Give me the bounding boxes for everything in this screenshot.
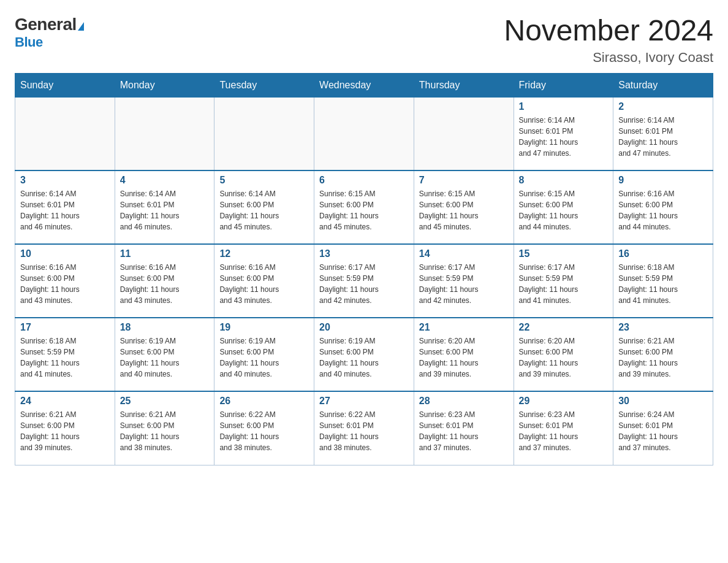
calendar-cell: 25Sunrise: 6:21 AM Sunset: 6:00 PM Dayli… [115, 391, 214, 465]
logo-general-text: General [15, 15, 77, 34]
calendar-cell: 20Sunrise: 6:19 AM Sunset: 6:00 PM Dayli… [314, 318, 414, 391]
day-number: 7 [419, 175, 509, 186]
page-header: General Blue November 2024 Sirasso, Ivor… [15, 15, 713, 66]
day-number: 24 [20, 396, 110, 407]
day-number: 25 [120, 396, 210, 407]
calendar-cell: 11Sunrise: 6:16 AM Sunset: 6:00 PM Dayli… [115, 244, 214, 318]
day-number: 29 [519, 396, 609, 407]
calendar-cell: 23Sunrise: 6:21 AM Sunset: 6:00 PM Dayli… [613, 318, 713, 391]
calendar-week-5: 24Sunrise: 6:21 AM Sunset: 6:00 PM Dayli… [15, 391, 713, 465]
calendar-cell: 22Sunrise: 6:20 AM Sunset: 6:00 PM Dayli… [514, 318, 613, 391]
day-number: 20 [319, 322, 409, 333]
weekday-header-sunday: Sunday [15, 73, 115, 97]
calendar-cell [414, 97, 514, 170]
day-info: Sunrise: 6:14 AM Sunset: 6:01 PM Dayligh… [519, 115, 609, 159]
calendar-cell: 15Sunrise: 6:17 AM Sunset: 5:59 PM Dayli… [514, 244, 613, 318]
day-number: 14 [419, 248, 509, 259]
day-info: Sunrise: 6:19 AM Sunset: 6:00 PM Dayligh… [319, 335, 409, 380]
day-info: Sunrise: 6:20 AM Sunset: 6:00 PM Dayligh… [419, 335, 509, 380]
day-number: 8 [519, 175, 609, 186]
calendar-cell: 8Sunrise: 6:15 AM Sunset: 6:00 PM Daylig… [514, 170, 613, 244]
day-number: 3 [20, 175, 110, 186]
calendar-cell [115, 97, 214, 170]
day-info: Sunrise: 6:15 AM Sunset: 6:00 PM Dayligh… [519, 188, 609, 232]
calendar-week-2: 3Sunrise: 6:14 AM Sunset: 6:01 PM Daylig… [15, 170, 713, 244]
calendar-week-3: 10Sunrise: 6:16 AM Sunset: 6:00 PM Dayli… [15, 244, 713, 318]
calendar-cell: 9Sunrise: 6:16 AM Sunset: 6:00 PM Daylig… [613, 170, 713, 244]
calendar-cell: 17Sunrise: 6:18 AM Sunset: 5:59 PM Dayli… [15, 318, 115, 391]
day-info: Sunrise: 6:23 AM Sunset: 6:01 PM Dayligh… [419, 409, 509, 453]
day-number: 5 [219, 175, 309, 186]
calendar-cell [15, 97, 115, 170]
weekday-header-tuesday: Tuesday [214, 73, 314, 97]
weekday-header-friday: Friday [514, 73, 613, 97]
calendar-cell: 13Sunrise: 6:17 AM Sunset: 5:59 PM Dayli… [314, 244, 414, 318]
day-info: Sunrise: 6:16 AM Sunset: 6:00 PM Dayligh… [618, 188, 708, 232]
day-info: Sunrise: 6:24 AM Sunset: 6:01 PM Dayligh… [618, 409, 708, 453]
day-info: Sunrise: 6:21 AM Sunset: 6:00 PM Dayligh… [120, 409, 210, 453]
calendar-cell: 27Sunrise: 6:22 AM Sunset: 6:01 PM Dayli… [314, 391, 414, 465]
calendar-cell: 3Sunrise: 6:14 AM Sunset: 6:01 PM Daylig… [15, 170, 115, 244]
day-info: Sunrise: 6:20 AM Sunset: 6:00 PM Dayligh… [519, 335, 609, 380]
calendar-cell: 30Sunrise: 6:24 AM Sunset: 6:01 PM Dayli… [613, 391, 713, 465]
calendar-cell [314, 97, 414, 170]
day-number: 13 [319, 248, 409, 259]
day-info: Sunrise: 6:16 AM Sunset: 6:00 PM Dayligh… [120, 262, 210, 306]
calendar-week-1: 1Sunrise: 6:14 AM Sunset: 6:01 PM Daylig… [15, 97, 713, 170]
day-number: 10 [20, 248, 110, 259]
calendar-table: SundayMondayTuesdayWednesdayThursdayFrid… [15, 73, 713, 465]
day-info: Sunrise: 6:22 AM Sunset: 6:00 PM Dayligh… [219, 409, 309, 453]
calendar-cell: 18Sunrise: 6:19 AM Sunset: 6:00 PM Dayli… [115, 318, 214, 391]
calendar-cell: 12Sunrise: 6:16 AM Sunset: 6:00 PM Dayli… [214, 244, 314, 318]
weekday-header-wednesday: Wednesday [314, 73, 414, 97]
calendar-cell: 1Sunrise: 6:14 AM Sunset: 6:01 PM Daylig… [514, 97, 613, 170]
title-block: November 2024 Sirasso, Ivory Coast [504, 15, 713, 66]
day-number: 1 [519, 101, 609, 112]
day-number: 27 [319, 396, 409, 407]
day-info: Sunrise: 6:18 AM Sunset: 5:59 PM Dayligh… [618, 262, 708, 306]
day-info: Sunrise: 6:21 AM Sunset: 6:00 PM Dayligh… [20, 409, 110, 453]
calendar-cell: 7Sunrise: 6:15 AM Sunset: 6:00 PM Daylig… [414, 170, 514, 244]
day-number: 2 [618, 101, 708, 112]
day-info: Sunrise: 6:19 AM Sunset: 6:00 PM Dayligh… [219, 335, 309, 380]
weekday-header-row: SundayMondayTuesdayWednesdayThursdayFrid… [15, 73, 713, 97]
day-info: Sunrise: 6:15 AM Sunset: 6:00 PM Dayligh… [319, 188, 409, 232]
day-number: 9 [618, 175, 708, 186]
location-title: Sirasso, Ivory Coast [504, 50, 713, 66]
day-info: Sunrise: 6:15 AM Sunset: 6:00 PM Dayligh… [419, 188, 509, 232]
logo-general-line: General [15, 15, 84, 34]
day-number: 28 [419, 396, 509, 407]
day-info: Sunrise: 6:14 AM Sunset: 6:01 PM Dayligh… [618, 115, 708, 159]
day-number: 15 [519, 248, 609, 259]
calendar-cell: 21Sunrise: 6:20 AM Sunset: 6:00 PM Dayli… [414, 318, 514, 391]
day-number: 6 [319, 175, 409, 186]
day-number: 30 [618, 396, 708, 407]
day-number: 22 [519, 322, 609, 333]
day-number: 21 [419, 322, 509, 333]
day-number: 23 [618, 322, 708, 333]
day-info: Sunrise: 6:22 AM Sunset: 6:01 PM Dayligh… [319, 409, 409, 453]
calendar-cell: 14Sunrise: 6:17 AM Sunset: 5:59 PM Dayli… [414, 244, 514, 318]
day-info: Sunrise: 6:18 AM Sunset: 5:59 PM Dayligh… [20, 335, 110, 380]
day-info: Sunrise: 6:19 AM Sunset: 6:00 PM Dayligh… [120, 335, 210, 380]
day-info: Sunrise: 6:17 AM Sunset: 5:59 PM Dayligh… [519, 262, 609, 306]
calendar-cell: 2Sunrise: 6:14 AM Sunset: 6:01 PM Daylig… [613, 97, 713, 170]
day-info: Sunrise: 6:14 AM Sunset: 6:00 PM Dayligh… [219, 188, 309, 232]
calendar-cell: 5Sunrise: 6:14 AM Sunset: 6:00 PM Daylig… [214, 170, 314, 244]
day-info: Sunrise: 6:17 AM Sunset: 5:59 PM Dayligh… [419, 262, 509, 306]
calendar-cell: 10Sunrise: 6:16 AM Sunset: 6:00 PM Dayli… [15, 244, 115, 318]
day-info: Sunrise: 6:14 AM Sunset: 6:01 PM Dayligh… [120, 188, 210, 232]
calendar-week-4: 17Sunrise: 6:18 AM Sunset: 5:59 PM Dayli… [15, 318, 713, 391]
logo-blue-text: Blue [15, 34, 43, 50]
day-info: Sunrise: 6:23 AM Sunset: 6:01 PM Dayligh… [519, 409, 609, 453]
calendar-cell: 24Sunrise: 6:21 AM Sunset: 6:00 PM Dayli… [15, 391, 115, 465]
month-title: November 2024 [504, 15, 713, 47]
day-info: Sunrise: 6:14 AM Sunset: 6:01 PM Dayligh… [20, 188, 110, 232]
logo-triangle-icon [78, 22, 84, 31]
day-number: 16 [618, 248, 708, 259]
calendar-cell: 16Sunrise: 6:18 AM Sunset: 5:59 PM Dayli… [613, 244, 713, 318]
day-number: 26 [219, 396, 309, 407]
logo: General Blue [15, 15, 84, 50]
calendar-cell: 4Sunrise: 6:14 AM Sunset: 6:01 PM Daylig… [115, 170, 214, 244]
day-number: 17 [20, 322, 110, 333]
